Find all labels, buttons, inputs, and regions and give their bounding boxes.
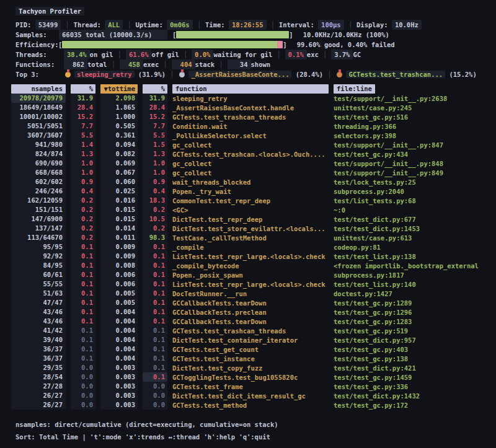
top3-name-2: _AssertRaisesBaseConte...: [188, 71, 291, 78]
divider: │: [271, 20, 275, 30]
cell-file-line: test/test_gc.py:403: [334, 345, 496, 354]
column-header-pct-direct[interactable]: %: [71, 84, 95, 94]
cell-pct-direct: 5.5: [71, 131, 95, 140]
cell-function: _AssertRaisesBaseContext.handle: [172, 103, 329, 113]
cell-pct-cumulative: 0.2: [143, 205, 167, 214]
time-value: 18:26:55: [229, 20, 267, 30]
threads-waiting-value: 0.0%: [192, 50, 213, 59]
table-row[interactable]: 43/460.10.0040.1GCCallbackTests.tearDown…: [0, 317, 496, 326]
table-row[interactable]: 29/350.00.0030.1DictTest.test_copy_fuzzt…: [0, 363, 496, 372]
table-row[interactable]: 55/550.10.0060.1ListTest.test_repr_large…: [0, 279, 496, 289]
column-header-tottime-sorted[interactable]: ▼tottime: [100, 84, 138, 94]
table-row[interactable]: 36/370.10.0040.1GCTests.test_instancetes…: [0, 354, 496, 363]
table-row[interactable]: 113/646700.20.01198.3TestCase._callTestM…: [0, 233, 496, 242]
column-header-pct-cumulative[interactable]: %: [143, 84, 167, 94]
cell-pct-direct: 0.0: [71, 363, 95, 372]
cell-pct-direct: 0.0: [71, 372, 95, 382]
cell-nsamples: 151/151: [11, 205, 66, 214]
table-row[interactable]: 39/400.10.0040.1DictTest.test_container_…: [0, 335, 496, 345]
cell-tottime: 0.014: [100, 224, 138, 233]
table-row[interactable]: 941/9801.40.0941.5gc_collecttest/support…: [0, 140, 496, 149]
table-row[interactable]: 668/6681.00.0671.0gc_collecttest/support…: [0, 168, 496, 177]
cell-tottime: 0.011: [100, 233, 138, 242]
cell-pct-cumulative: 1.0: [143, 168, 167, 177]
functions-shown-value: 34: [228, 59, 251, 69]
cell-function: _compile_bytecode: [172, 261, 329, 271]
top3-item-1: sleeping_retry (31.9%): [64, 69, 166, 79]
cell-pct-direct: 0.0: [71, 382, 95, 391]
cell-pct-cumulative: 0.1: [143, 335, 167, 345]
cell-tottime: 0.025: [100, 187, 138, 196]
table-row[interactable]: 41/420.10.0040.1GCTests.test_trashcan_th…: [0, 326, 496, 335]
cell-function: GCCallbackTests.tearDown: [172, 317, 329, 327]
cell-file-line: test/test_dict.py:1432: [334, 391, 496, 401]
table-row[interactable]: 60/610.10.0060.1Popen._posix_spawnsubpro…: [0, 270, 496, 279]
cell-nsamples: 10001/10002: [11, 112, 66, 121]
threads-exc-value: 0.1%: [285, 50, 307, 59]
app-title: Tachyon Profiler: [16, 7, 84, 15]
table-row[interactable]: 18649/1864928.41.86528.4_AssertRaisesBas…: [0, 103, 496, 112]
top3-item-2: _AssertRaisesBaseConte... (28.4%): [178, 69, 323, 79]
top3-label: Top 3:: [16, 69, 54, 79]
table-row[interactable]: 95/950.10.0090.1_compilecodeop.py:81: [0, 242, 496, 252]
table-row[interactable]: 151/1510.20.0150.2<GC>~:0: [0, 205, 496, 214]
table-row[interactable]: 20978/2097931.92.09831.9sleeping_retryte…: [0, 94, 496, 103]
table-row[interactable]: 137/1470.20.0140.2DictTest.test_store_ev…: [0, 224, 496, 233]
table-row[interactable]: 162/120590.20.01618.3CommonTest.test_rep…: [0, 196, 496, 205]
functions-shown-suffix: shown: [251, 59, 271, 69]
table-row[interactable]: 824/8741.30.0821.3GCTests.test_trashcan.…: [0, 149, 496, 159]
thread-value[interactable]: ALL: [105, 20, 123, 30]
table-row[interactable]: 28/540.00.0030.1GCTogglingTests.test_bug…: [0, 372, 496, 382]
table-row[interactable]: 246/2460.40.0250.4Popen._try_waitsubproc…: [0, 187, 496, 196]
cell-pct-direct: 0.1: [71, 345, 95, 354]
cell-pct-direct: 15.2: [71, 112, 95, 121]
table-row[interactable]: 51/630.10.0050.1DocTestRunner.__rundocte…: [0, 289, 496, 298]
column-header-function[interactable]: function: [172, 84, 329, 94]
cell-nsamples: 26/27: [11, 391, 66, 400]
column-header-nsamples[interactable]: nsamples: [11, 84, 66, 94]
table-row[interactable]: 690/6901.00.0691.0gc_collecttest/support…: [0, 159, 496, 168]
cell-pct-direct: 0.1: [71, 252, 95, 261]
table-row[interactable]: 36/370.10.0040.1GCTests.test_get_countte…: [0, 345, 496, 354]
table-row[interactable]: 92/920.10.0090.1ListTest.test_repr_large…: [0, 252, 496, 261]
cell-file-line: test/test_gc.py:1283: [334, 317, 496, 327]
cell-nsamples: 28/54: [11, 372, 66, 382]
table-row[interactable]: 26/270.00.0030.0GCTests.test_methodtest/…: [0, 400, 496, 410]
cell-tottime: 0.004: [100, 307, 138, 317]
cell-nsamples: 246/246: [11, 187, 66, 196]
table-row[interactable]: 602/6020.90.0600.9wait_threads_blockedte…: [0, 177, 496, 187]
cell-pct-direct: 7.7: [71, 121, 95, 131]
table-row[interactable]: 27/280.00.0030.0GCTests.test_frametest/t…: [0, 382, 496, 391]
cell-function: Popen._posix_spawn: [172, 270, 329, 280]
cell-nsamples: 84/95: [11, 261, 66, 270]
table-row[interactable]: 26/270.00.0030.0DictTest.test_dict_items…: [0, 391, 496, 400]
cell-tottime: 0.015: [100, 214, 138, 224]
cell-file-line: test/support/__init__.py:848: [334, 159, 496, 169]
thread-label: Thread:: [74, 20, 101, 30]
table-row[interactable]: 147/69000.20.01510.5DictTest.test_repr_d…: [0, 214, 496, 224]
cell-pct-cumulative: 31.9: [143, 94, 167, 103]
cell-function: GCTogglingTests.test_bug1055820c: [172, 372, 329, 382]
cell-tottime: 0.003: [100, 400, 138, 410]
table-row[interactable]: 10001/1000215.21.00015.2GCTests.test_tra…: [0, 112, 496, 121]
cell-pct-cumulative: 0.1: [143, 270, 167, 279]
cell-nsamples: 43/46: [11, 307, 66, 317]
table-row[interactable]: 3607/36075.50.3615.5_PollLikeSelector.se…: [0, 131, 496, 140]
table-row[interactable]: 43/460.10.0040.1GCCallbackTests.preclean…: [0, 307, 496, 317]
column-header-file-line[interactable]: file:line: [334, 84, 375, 94]
table-row[interactable]: 84/950.10.0080.1_compile_bytecode<frozen…: [0, 261, 496, 270]
cell-pct-cumulative: 0.1: [143, 372, 167, 382]
top3-pct-1: (31.9%): [138, 71, 166, 78]
top3-name-1: sleeping_retry: [74, 71, 135, 78]
samples-bar: [ ]: [172, 30, 293, 40]
cell-pct-direct: 0.1: [71, 289, 95, 298]
cell-nsamples: 41/42: [11, 326, 66, 335]
cell-function: DictTest.test_repr_deep: [172, 214, 329, 224]
cell-nsamples: 55/55: [11, 279, 66, 289]
cell-nsamples: 18649/18649: [11, 103, 66, 112]
table-row[interactable]: 5051/50517.70.5057.7Condition.waitthread…: [0, 121, 496, 131]
table-row[interactable]: 47/470.10.0050.1GCCallbackTests.tearDown…: [0, 298, 496, 307]
cell-nsamples: 602/602: [11, 177, 66, 187]
cell-tottime: 0.003: [100, 382, 138, 391]
cell-pct-cumulative: 0.1: [143, 317, 167, 326]
